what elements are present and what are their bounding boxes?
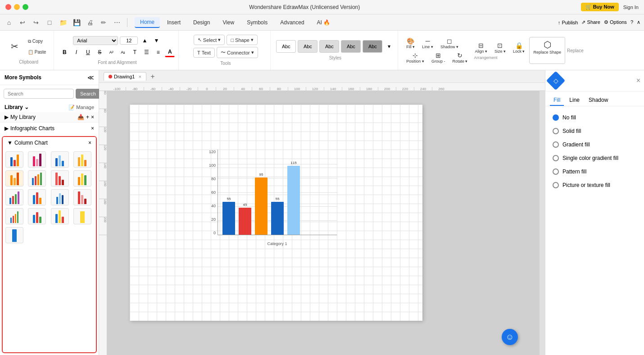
menu-ai[interactable]: AI 🔥 [312, 18, 336, 27]
style-abc-3[interactable]: Abc [319, 40, 339, 53]
position-btn[interactable]: ⊹ Position ▾ [404, 51, 427, 64]
search-input[interactable] [4, 89, 74, 99]
fill-tab[interactable]: Fill [550, 95, 564, 106]
align-left-btn[interactable]: ≡ [153, 47, 163, 57]
chart-thumb-5[interactable] [5, 170, 23, 187]
help-btn[interactable]: ? [630, 19, 633, 25]
font-size-decrease-btn[interactable]: ▼ [151, 36, 161, 46]
italic-btn[interactable]: I [71, 47, 81, 57]
line-btn[interactable]: ─ Line ▾ [419, 36, 436, 50]
chart-thumb-10[interactable] [28, 189, 46, 205]
menu-design[interactable]: Design [188, 18, 215, 27]
home-icon[interactable]: ⌂ [4, 17, 14, 28]
new-icon[interactable]: □ [44, 17, 55, 28]
connector-btn[interactable]: 〜 Connector ▾ [217, 47, 258, 58]
group-btn[interactable]: ⊞ Group - [429, 51, 448, 64]
floating-assistant-btn[interactable]: ☺ [502, 329, 518, 345]
search-btn[interactable]: Search [76, 89, 100, 99]
align-btn[interactable]: ⊟ Align ▾ [472, 41, 490, 55]
chart-thumb-7[interactable] [51, 170, 69, 187]
chart-thumb-8[interactable] [73, 170, 91, 187]
chart-visualization[interactable]: 120 100 80 60 40 20 0 [202, 150, 341, 249]
add-tab-btn[interactable]: + [148, 72, 157, 81]
shape-btn[interactable]: □ Shape ▾ [227, 35, 257, 45]
replace-shape-btn[interactable]: ⬡ Replace Shape [529, 37, 565, 64]
list-btn[interactable]: ☰ [141, 47, 151, 57]
options-btn[interactable]: ⚙ Options [604, 19, 627, 25]
strikethrough-btn[interactable]: S [95, 47, 104, 57]
text-btn[interactable]: T Text [193, 48, 215, 58]
font-size-input[interactable] [120, 36, 138, 45]
bold-btn[interactable]: B [59, 47, 69, 57]
minimize-window-btn[interactable] [14, 4, 20, 10]
my-library-save-btn[interactable]: 📥 [77, 114, 84, 120]
sign-in-btn[interactable]: Sign In [623, 5, 639, 10]
edit-icon[interactable]: ✏ [98, 17, 109, 28]
sidebar-collapse-btn[interactable]: ≪ [87, 74, 94, 81]
underline-btn[interactable]: U [83, 47, 93, 57]
chart-thumb-2[interactable] [28, 151, 46, 168]
paste-btn[interactable]: 📋 Paste [24, 47, 50, 57]
chart-thumb-6[interactable] [28, 170, 46, 187]
undo-icon[interactable]: ↩ [17, 17, 28, 28]
superscript-btn[interactable]: A² [106, 47, 116, 57]
font-color-btn[interactable]: A [165, 47, 175, 57]
menu-advanced[interactable]: Advanced [275, 18, 309, 27]
cut-btn[interactable]: ✂ [7, 39, 22, 54]
collapse-btn[interactable]: ∧ [637, 19, 640, 25]
font-name-select[interactable]: Arial [73, 36, 118, 45]
tab-close-btn[interactable]: × [138, 74, 141, 79]
line-tab[interactable]: Line [566, 95, 583, 106]
infographic-close-btn[interactable]: × [91, 125, 94, 132]
chart-section-close-btn[interactable]: × [88, 140, 91, 146]
chart-thumb-11[interactable] [51, 189, 69, 205]
style-abc-4[interactable]: Abc [341, 40, 361, 53]
chart-thumb-15[interactable] [51, 208, 69, 224]
solid-fill-option[interactable]: Solid fill [550, 124, 639, 138]
pattern-fill-option[interactable]: Pattern fill [550, 165, 639, 178]
copy-btn[interactable]: ⧉ Copy [24, 36, 50, 46]
select-btn[interactable]: ↖ Select ▾ [194, 35, 225, 45]
chart-thumb-17[interactable] [5, 227, 23, 243]
publish-btn[interactable]: ↑ Publish [558, 19, 578, 25]
single-color-gradient-option[interactable]: Single color gradient fill [550, 151, 639, 165]
style-abc-5[interactable]: Abc [363, 40, 382, 53]
lock-btn[interactable]: 🔒 Lock ▾ [510, 41, 528, 55]
style-abc-1[interactable]: Abc [276, 40, 296, 53]
chart-thumb-3[interactable] [51, 151, 69, 168]
chart-thumb-9[interactable] [5, 189, 23, 205]
right-panel-close-btn[interactable]: × [636, 77, 640, 85]
shadow-btn[interactable]: ◻ Shadow ▾ [438, 36, 461, 50]
font-size-increase-btn[interactable]: ▲ [140, 36, 150, 46]
chart-thumb-12[interactable] [73, 189, 91, 205]
vertical-scrollbar[interactable] [540, 91, 545, 355]
chart-thumb-14[interactable] [28, 208, 46, 224]
menu-view[interactable]: View [217, 18, 240, 27]
close-window-btn[interactable] [5, 4, 11, 10]
more-icon[interactable]: ⋯ [112, 17, 122, 28]
save-icon[interactable]: 💾 [71, 17, 82, 28]
canvas-content[interactable]: 120 100 80 60 40 20 0 [107, 91, 545, 355]
chart-thumb-13[interactable] [5, 208, 23, 224]
menu-insert[interactable]: Insert [162, 18, 186, 27]
drawing1-tab[interactable]: Drawing1 × [104, 72, 146, 81]
styles-more-btn[interactable]: ▾ [384, 41, 394, 51]
style-abc-2[interactable]: Abc [298, 40, 317, 53]
shadow-tab[interactable]: Shadow [585, 95, 612, 106]
manage-btn[interactable]: 📝 Manage [68, 105, 94, 110]
share-btn[interactable]: ⇗ Share [581, 19, 600, 25]
chart-thumb-4[interactable] [73, 151, 91, 168]
maximize-window-btn[interactable] [23, 4, 28, 10]
print-icon[interactable]: 🖨 [85, 17, 95, 28]
open-icon[interactable]: 📁 [58, 17, 68, 28]
picture-texture-option[interactable]: Picture or texture fill [550, 178, 639, 192]
chart-thumb-16[interactable] [73, 208, 91, 224]
chart-thumb-1[interactable] [5, 151, 23, 168]
buy-now-btn[interactable]: 🛒 Buy Now [581, 3, 619, 11]
my-library-close-btn[interactable]: × [91, 114, 94, 120]
text-style-btn[interactable]: T [130, 47, 140, 57]
redo-icon[interactable]: ↪ [31, 17, 41, 28]
no-fill-option[interactable]: No fill [550, 111, 639, 124]
menu-home[interactable]: Home [135, 17, 160, 28]
fill-btn[interactable]: 🎨 Fill ▾ [404, 36, 417, 50]
